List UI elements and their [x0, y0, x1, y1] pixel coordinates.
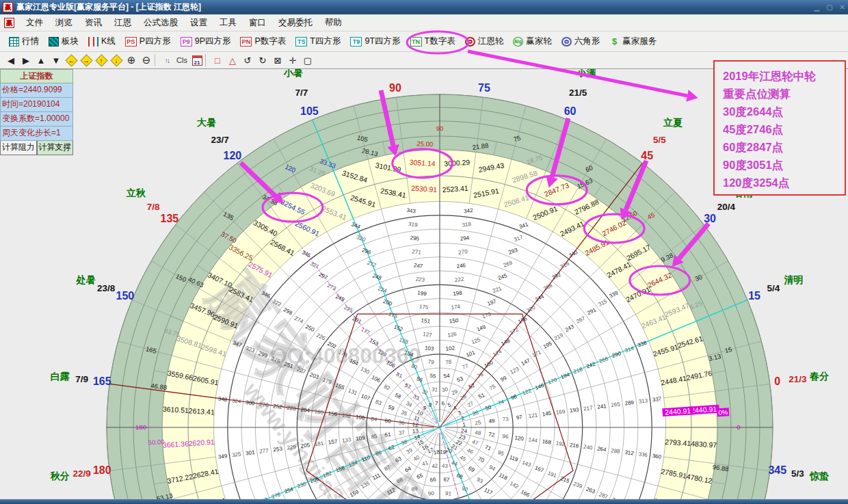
spiral-number: 43 — [441, 462, 449, 469]
close-icon[interactable]: ✕ — [840, 3, 845, 11]
rotate-cw-icon[interactable]: ↻ — [256, 53, 269, 67]
boxed-x-icon[interactable]: ⊠ — [271, 53, 284, 67]
PN-icon: PN — [240, 37, 252, 47]
spiral-number: 55 — [429, 373, 437, 380]
updown-icon[interactable]: ↑↓ — [160, 53, 174, 67]
toolbar-item-9P四方形[interactable]: P99P四方形 — [176, 31, 236, 51]
solar-term-label: 秋分 — [50, 470, 70, 481]
menu-item-江恩[interactable]: 江恩 — [108, 17, 137, 29]
svg-text:294: 294 — [460, 235, 470, 242]
toolbar-item-江恩轮[interactable]: 江恩轮 — [460, 31, 509, 51]
toolbar-item-T四方形[interactable]: TST四方形 — [291, 31, 345, 51]
toolbar-label-板块: 板块 — [62, 36, 79, 47]
svg-text:313: 313 — [638, 397, 648, 405]
toolbar-item-T数字表[interactable]: TNT数字表 — [406, 31, 460, 51]
svg-text:20/4: 20/4 — [717, 202, 736, 212]
svg-text:处暑: 处暑 — [76, 274, 96, 285]
toolbar-item-板块[interactable]: 板块 — [44, 31, 83, 51]
spiral-number: 157 — [328, 438, 338, 446]
minimize-icon[interactable]: ▁ — [814, 3, 819, 11]
menu-item-公式选股[interactable]: 公式选股 — [137, 17, 184, 29]
solar-term-label: 清明 — [784, 274, 803, 285]
calc-resistance-button[interactable]: 计算阻力 — [0, 141, 37, 155]
spiral-number: 30 — [441, 386, 449, 393]
menu-item-设置[interactable]: 设置 — [184, 17, 213, 29]
menu-item-窗口[interactable]: 窗口 — [243, 17, 272, 29]
menu-bar: 赢 文件浏览资讯江恩公式选股设置工具窗口交易委托帮助 — [0, 15, 848, 31]
svg-text:5/5: 5/5 — [653, 135, 666, 145]
maximize-icon[interactable]: ▢ — [826, 3, 832, 11]
spiral-number: 145 — [542, 410, 552, 418]
big-degree-label: 180 — [93, 464, 111, 476]
menu-item-工具[interactable]: 工具 — [213, 17, 243, 29]
window-controls[interactable]: ▁ ▢ ✕ — [814, 3, 845, 11]
date-label: 7/7 — [295, 88, 308, 98]
toolbar-item-9T四方形[interactable]: T99T四方形 — [345, 31, 405, 51]
square-icon[interactable]: □ — [211, 53, 224, 67]
svg-text:43: 43 — [441, 462, 449, 469]
spiral-number: 289 — [624, 399, 635, 407]
svg-text:223: 223 — [415, 276, 425, 284]
toolbar-label-行情: 行情 — [22, 36, 39, 47]
diamond-right-icon[interactable]: → — [79, 53, 93, 67]
P9-icon: P9 — [181, 37, 192, 47]
spiral-number: 324 — [231, 397, 241, 405]
toolbar-item-赢家服务[interactable]: $赢家服务 — [605, 31, 661, 51]
svg-text:240: 240 — [583, 444, 594, 451]
diamond-left-icon[interactable]: ← — [64, 53, 78, 67]
percent-ring-value: 25.00 — [416, 140, 433, 148]
cls-icon[interactable]: Cls — [175, 53, 189, 67]
toolbar-item-行情[interactable]: 行情 — [4, 31, 44, 51]
zoom-out-icon[interactable]: ⊖ — [140, 53, 153, 67]
spiral-number: 91 — [445, 490, 453, 497]
toolbar-item-赢家轮[interactable]: Big赢家轮 — [508, 31, 557, 51]
zoom-in-icon[interactable]: ⊕ — [124, 53, 138, 67]
menu-item-文件[interactable]: 文件 — [20, 17, 49, 29]
svg-text:126: 126 — [447, 331, 458, 339]
spiral-number: 277 — [259, 447, 269, 455]
diamond-up-icon[interactable]: ↑ — [94, 53, 108, 67]
toolbar-label-P数字表: P数字表 — [254, 36, 286, 47]
nav-up-icon[interactable]: ▲ — [34, 53, 48, 67]
annotation-line-5: 90度3051点 — [723, 156, 845, 174]
toolbar-label-P四方形: P四方形 — [140, 36, 171, 47]
calc-support-button[interactable]: 计算支撑 — [37, 141, 74, 155]
T9-icon: T9 — [350, 37, 362, 47]
toolbar-label-T四方形: T四方形 — [310, 36, 341, 47]
svg-text:103: 103 — [424, 345, 434, 352]
svg-text:204: 204 — [300, 406, 310, 414]
nav-left-icon[interactable]: ◀ — [4, 53, 18, 67]
toolbar-item-K线[interactable]: K线 — [83, 31, 120, 51]
svg-text:惊蛰: 惊蛰 — [809, 470, 829, 481]
toolbar-item-P四方形[interactable]: PSP四方形 — [120, 31, 176, 51]
spiral-number: 342 — [464, 207, 474, 215]
diamond-down-icon[interactable]: ↓ — [109, 53, 123, 67]
menu-item-交易委托[interactable]: 交易委托 — [272, 17, 319, 29]
triangle-icon[interactable]: △ — [226, 53, 239, 67]
svg-text:2620.91: 2620.91 — [188, 438, 215, 447]
svg-text:2440.91: 2440.91 — [691, 405, 717, 414]
nav-right-icon[interactable]: ▶ — [19, 53, 33, 67]
sep — [155, 54, 159, 66]
svg-text:349: 349 — [217, 453, 228, 460]
spiral-number: 96 — [502, 433, 509, 440]
menu-item-资讯[interactable]: 资讯 — [79, 17, 108, 29]
menu-item-浏览[interactable]: 浏览 — [49, 17, 79, 29]
spiral-number: 103 — [424, 345, 434, 352]
svg-text:277: 277 — [259, 447, 269, 455]
svg-text:5/3: 5/3 — [791, 468, 804, 479]
price-ring-outer-value: 3661.36 — [162, 439, 189, 449]
svg-text:23/7: 23/7 — [211, 135, 228, 145]
calendar-21-icon[interactable]: 21 — [190, 53, 204, 67]
select-box-icon[interactable]: ▢ — [301, 53, 315, 67]
crosshair-icon[interactable]: ✛ — [286, 53, 300, 67]
svg-text:193: 193 — [570, 406, 580, 414]
rotate-ccw-icon[interactable]: ↺ — [241, 53, 254, 67]
toolbar-item-P数字表[interactable]: PNP数字表 — [235, 31, 291, 51]
toolbar-item-六角形[interactable]: 六角形 — [557, 31, 605, 51]
spiral-number: 229 — [287, 444, 297, 451]
svg-text:348: 348 — [217, 396, 228, 403]
spiral-number: 127 — [423, 331, 433, 339]
nav-down-icon[interactable]: ▼ — [49, 53, 63, 67]
menu-item-帮助[interactable]: 帮助 — [319, 17, 348, 29]
